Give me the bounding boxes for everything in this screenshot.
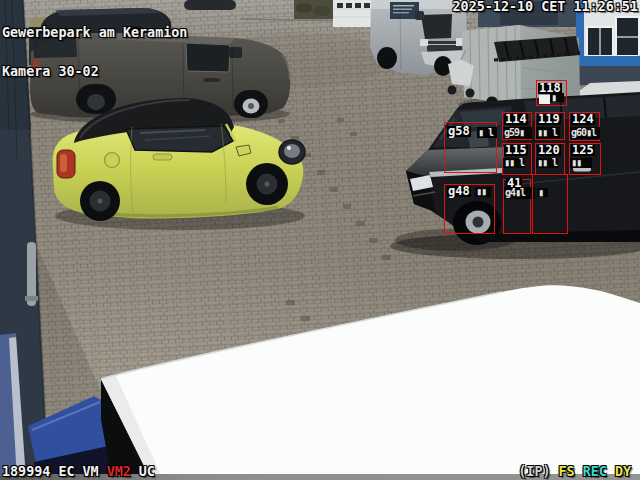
status-left: 189994ECVMVM2UC xyxy=(2,465,155,478)
camera-location-label: Gewerbepark am Keramion Kamera 30-02 xyxy=(2,0,187,104)
status-token-UC: UC xyxy=(139,464,155,479)
status-token-VM: VM xyxy=(83,464,99,479)
camera-id-line: Kamera 30-02 xyxy=(2,65,187,78)
detection-label-119: 119 xyxy=(537,114,561,125)
location-line: Gewerbepark am Keramion xyxy=(2,26,187,39)
detection-label-124: 124 xyxy=(571,114,595,125)
status-token-189994: 189994 xyxy=(2,464,50,479)
plate-mask-114-0: g59▮ xyxy=(503,127,532,139)
detection-box-u1 xyxy=(532,174,568,234)
plate-mask-124-0: g60▮l xyxy=(570,127,600,139)
status-right: (IP)FSRECDY xyxy=(518,465,631,478)
detection-label-g58: g58 xyxy=(447,126,471,137)
detection-label-114: 114 xyxy=(504,114,528,125)
status-token-VM2: VM2 xyxy=(107,464,131,479)
status-token-(IP): (IP) xyxy=(518,464,550,479)
detection-label-120: 120 xyxy=(537,145,561,156)
plate-mask-41-0: g4▮l xyxy=(504,187,535,199)
plate-mask-115-0: ▮▮ l xyxy=(503,158,525,168)
status-token-FS: FS xyxy=(559,464,575,479)
detection-label-115: 115 xyxy=(504,145,528,156)
detection-label-g48: g48 xyxy=(447,186,471,197)
plate-mask-118-1: ▮ xyxy=(550,93,564,102)
plate-mask-118-0 xyxy=(539,95,550,104)
status-token-DY: DY xyxy=(615,464,631,479)
cctv-video-frame: 118▮g58▮ l114g59▮119▮▮ l124g60▮l115▮▮ l1… xyxy=(0,0,640,480)
detection-label-125: 125 xyxy=(571,145,595,156)
plate-mask-g48-0: ▮▮ xyxy=(475,187,491,197)
status-token-REC: REC xyxy=(583,464,607,479)
status-token-EC: EC xyxy=(58,464,74,479)
plate-mask-120-0: ▮▮ l xyxy=(536,158,558,168)
plate-mask-g58-0: ▮ l xyxy=(477,127,497,138)
timestamp-label: 2025-12-10 CET 11:26:51 xyxy=(453,0,638,13)
plate-mask-125-0: ▮▮ xyxy=(570,158,592,168)
plate-mask-119-0: ▮▮ l xyxy=(536,127,560,139)
